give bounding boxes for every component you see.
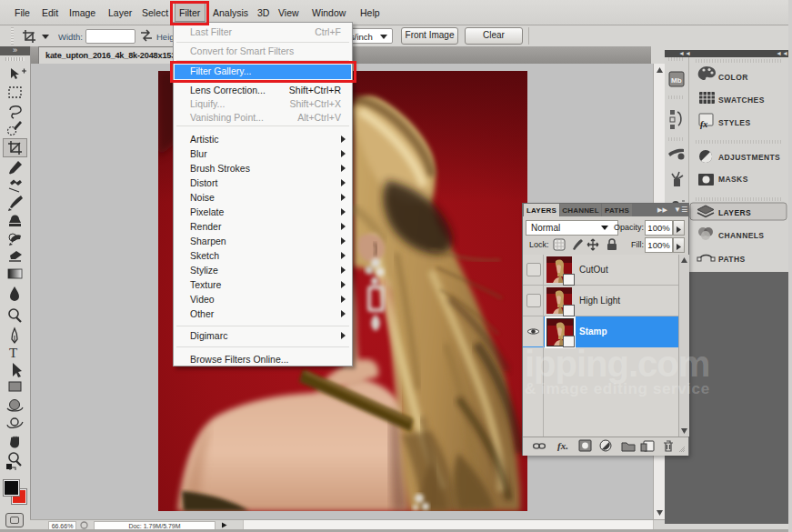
svg-text:fx.: fx. [557, 440, 568, 451]
svg-text:Mb: Mb [671, 76, 682, 85]
svg-text:T: T [9, 346, 17, 360]
svg-text:fx: fx [700, 119, 707, 129]
